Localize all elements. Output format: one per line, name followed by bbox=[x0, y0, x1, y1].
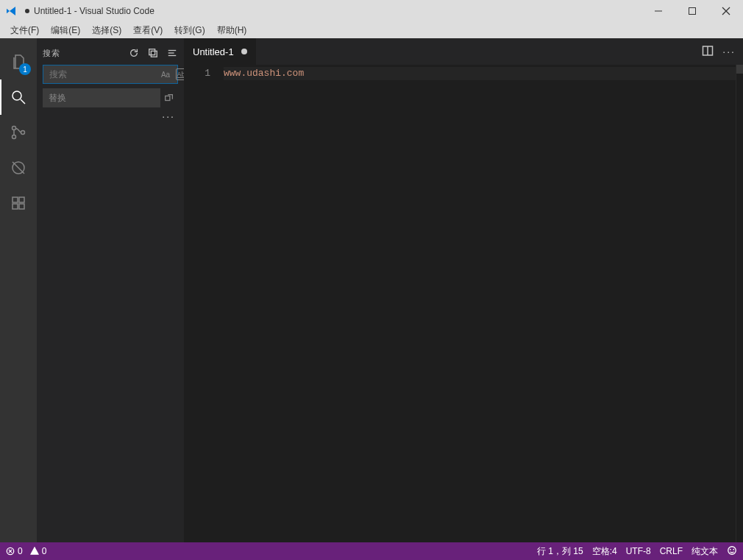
editor-tab-dirty-icon bbox=[241, 49, 247, 54]
main-area: 1 搜索 bbox=[0, 38, 743, 542]
menu-view[interactable]: 查看(V) bbox=[127, 22, 168, 38]
status-errors-count: 0 bbox=[18, 546, 23, 556]
activity-bar: 1 bbox=[0, 38, 37, 542]
debug-icon bbox=[10, 159, 27, 177]
status-warnings-count: 0 bbox=[42, 546, 47, 556]
search-panel-header: 搜索 bbox=[43, 43, 178, 63]
svg-point-7 bbox=[13, 135, 16, 139]
menu-edit[interactable]: 编辑(E) bbox=[45, 22, 86, 38]
status-language[interactable]: 纯文本 bbox=[692, 545, 718, 558]
search-input[interactable] bbox=[46, 69, 160, 79]
svg-point-4 bbox=[13, 91, 21, 100]
status-indent[interactable]: 空格:4 bbox=[592, 545, 617, 558]
refresh-icon[interactable] bbox=[128, 47, 140, 59]
replace-all-button[interactable] bbox=[160, 88, 178, 107]
maximize-button[interactable] bbox=[675, 0, 709, 22]
svg-rect-14 bbox=[19, 204, 24, 209]
scrollbar-thumb[interactable] bbox=[736, 65, 743, 74]
activity-search[interactable] bbox=[0, 79, 37, 115]
svg-rect-15 bbox=[149, 49, 155, 55]
source-control-icon bbox=[10, 124, 27, 141]
menu-select[interactable]: 选择(S) bbox=[86, 22, 127, 38]
editor-gutter: 1 bbox=[184, 65, 224, 542]
editor-area: Untitled-1 ··· 1 www.udashi.com bbox=[184, 38, 743, 542]
svg-point-8 bbox=[21, 131, 25, 135]
svg-rect-1 bbox=[689, 8, 696, 15]
status-eol[interactable]: CRLF bbox=[660, 546, 683, 556]
menu-help[interactable]: 帮助(H) bbox=[211, 22, 253, 38]
svg-line-5 bbox=[21, 99, 25, 104]
svg-rect-16 bbox=[151, 51, 157, 57]
dirty-indicator-icon bbox=[25, 9, 29, 13]
feedback-icon[interactable] bbox=[727, 545, 737, 558]
editor-tabs: Untitled-1 ··· bbox=[184, 38, 743, 65]
split-editor-icon[interactable] bbox=[702, 45, 714, 59]
window-controls bbox=[641, 0, 743, 22]
search-panel-title: 搜索 bbox=[43, 48, 128, 59]
code-line: www.udashi.com bbox=[224, 68, 736, 79]
editor-scrollbar[interactable] bbox=[736, 65, 743, 542]
status-warnings[interactable]: 0 bbox=[30, 546, 47, 556]
svg-rect-20 bbox=[166, 96, 170, 100]
clear-results-icon[interactable] bbox=[166, 47, 178, 59]
window-title: Untitled-1 - Visual Studio Code bbox=[22, 6, 154, 16]
svg-point-28 bbox=[733, 548, 734, 550]
svg-rect-13 bbox=[13, 204, 18, 209]
explorer-badge: 1 bbox=[19, 63, 31, 75]
status-bar: 0 0 行 1，列 15 空格:4 UTF-8 CRLF 纯文本 bbox=[0, 542, 743, 560]
replace-row: 替换 bbox=[43, 88, 178, 107]
search-input-row: Aa Abl .* bbox=[43, 65, 178, 84]
editor-code[interactable]: www.udashi.com bbox=[224, 65, 736, 542]
svg-point-27 bbox=[730, 548, 731, 550]
replace-placeholder: 替换 bbox=[49, 92, 66, 104]
activity-extensions[interactable] bbox=[0, 185, 37, 221]
svg-rect-12 bbox=[19, 197, 24, 202]
svg-point-6 bbox=[13, 127, 16, 130]
minimize-button[interactable] bbox=[641, 0, 675, 22]
line-number: 1 bbox=[184, 68, 210, 79]
activity-debug[interactable] bbox=[0, 150, 37, 185]
editor-tab[interactable]: Untitled-1 bbox=[184, 38, 257, 65]
activity-scm[interactable] bbox=[0, 115, 37, 150]
vscode-app-icon bbox=[0, 5, 22, 17]
window-title-text: Untitled-1 - Visual Studio Code bbox=[34, 6, 154, 16]
svg-point-26 bbox=[728, 546, 736, 554]
editor-body[interactable]: 1 www.udashi.com bbox=[184, 65, 743, 542]
editor-more-actions-button[interactable]: ··· bbox=[722, 46, 736, 57]
replace-input[interactable]: 替换 bbox=[43, 88, 160, 107]
close-window-button[interactable] bbox=[709, 0, 743, 22]
editor-tab-label: Untitled-1 bbox=[193, 46, 234, 57]
toggle-search-details-button[interactable]: ··· bbox=[43, 107, 178, 122]
title-bar: Untitled-1 - Visual Studio Code bbox=[0, 0, 743, 22]
match-case-icon[interactable]: Aa bbox=[160, 68, 171, 80]
status-encoding[interactable]: UTF-8 bbox=[626, 546, 651, 556]
search-panel: 搜索 Aa Abl .* 替换 ··· bbox=[37, 38, 184, 542]
activity-explorer[interactable]: 1 bbox=[0, 44, 37, 79]
menu-goto[interactable]: 转到(G) bbox=[168, 22, 210, 38]
status-errors[interactable]: 0 bbox=[6, 546, 23, 556]
status-cursor[interactable]: 行 1，列 15 bbox=[537, 545, 583, 558]
menu-file[interactable]: 文件(F) bbox=[4, 22, 45, 38]
svg-rect-11 bbox=[13, 197, 18, 202]
collapse-results-icon[interactable] bbox=[147, 47, 159, 59]
search-icon bbox=[10, 88, 27, 106]
menu-bar: 文件(F) 编辑(E) 选择(S) 查看(V) 转到(G) 帮助(H) bbox=[0, 22, 743, 38]
extensions-icon bbox=[10, 194, 27, 212]
